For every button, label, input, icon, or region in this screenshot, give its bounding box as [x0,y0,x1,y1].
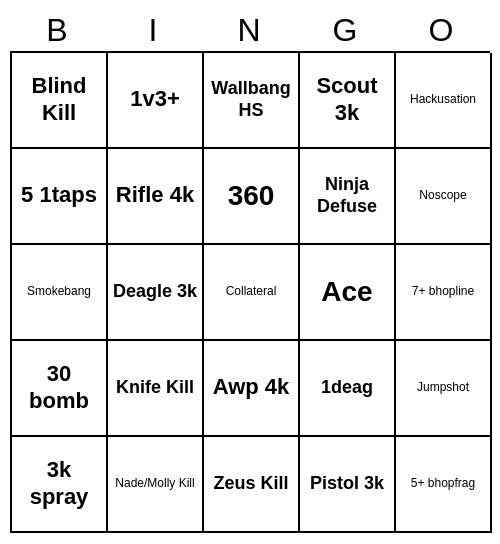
cell-text: Deagle 3k [113,281,197,303]
cell-text: Nade/Molly Kill [115,476,194,490]
cell-r3-c4: Jumpshot [396,341,492,437]
cell-text: Zeus Kill [213,473,288,495]
cell-r2-c1: Deagle 3k [108,245,204,341]
cell-text: 1deag [321,377,373,399]
header-letter-o: O [394,12,490,49]
cell-r1-c1: Rifle 4k [108,149,204,245]
cell-text: Ace [321,275,372,309]
cell-r1-c0: 5 1taps [12,149,108,245]
cell-text: Smokebang [27,284,91,298]
cell-r2-c3: Ace [300,245,396,341]
header-letter-n: N [202,12,298,49]
cell-r4-c1: Nade/Molly Kill [108,437,204,533]
cell-text: Pistol 3k [310,473,384,495]
cell-text: 1v3+ [130,86,180,112]
cell-text: 5 1taps [21,182,97,208]
cell-text: Blind Kill [16,73,102,126]
cell-r2-c2: Collateral [204,245,300,341]
cell-text: 5+ bhopfrag [411,476,475,490]
cell-text: 7+ bhopline [412,284,474,298]
cell-text: 3k spray [16,457,102,510]
header-letter-g: G [298,12,394,49]
header-letter-i: I [106,12,202,49]
cell-text: Hackusation [410,92,476,106]
cell-r0-c0: Blind Kill [12,53,108,149]
cell-r4-c3: Pistol 3k [300,437,396,533]
cell-r1-c4: Noscope [396,149,492,245]
cell-text: Collateral [226,284,277,298]
cell-text: 360 [228,179,275,213]
cell-r0-c2: Wallbang HS [204,53,300,149]
cell-text: Awp 4k [213,374,290,400]
cell-r3-c1: Knife Kill [108,341,204,437]
cell-r1-c2: 360 [204,149,300,245]
cell-r3-c2: Awp 4k [204,341,300,437]
cell-r0-c4: Hackusation [396,53,492,149]
cell-r0-c3: Scout 3k [300,53,396,149]
bingo-header: BINGO [10,12,490,49]
header-letter-b: B [10,12,106,49]
cell-text: Wallbang HS [208,78,294,121]
cell-text: Jumpshot [417,380,469,394]
cell-r2-c4: 7+ bhopline [396,245,492,341]
cell-text: Knife Kill [116,377,194,399]
cell-r3-c3: 1deag [300,341,396,437]
cell-text: 30 bomb [16,361,102,414]
bingo-grid: Blind Kill1v3+Wallbang HSScout 3kHackusa… [10,51,490,533]
cell-r4-c0: 3k spray [12,437,108,533]
cell-text: Noscope [419,188,466,202]
cell-r3-c0: 30 bomb [12,341,108,437]
cell-text: Scout 3k [304,73,390,126]
cell-r4-c2: Zeus Kill [204,437,300,533]
cell-text: Ninja Defuse [304,174,390,217]
cell-text: Rifle 4k [116,182,194,208]
cell-r1-c3: Ninja Defuse [300,149,396,245]
bingo-card: BINGO Blind Kill1v3+Wallbang HSScout 3kH… [10,12,490,533]
cell-r0-c1: 1v3+ [108,53,204,149]
cell-r2-c0: Smokebang [12,245,108,341]
cell-r4-c4: 5+ bhopfrag [396,437,492,533]
